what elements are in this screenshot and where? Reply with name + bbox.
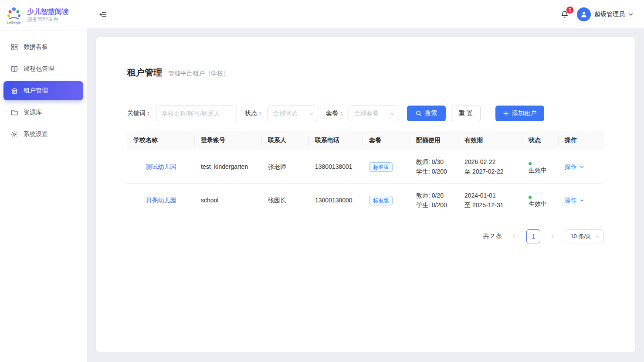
- col-phone: 联系电话: [309, 131, 363, 150]
- collapse-sidebar-icon[interactable]: [97, 8, 109, 20]
- tenant-table: 学校名称 登录账号 联系人 联系电话 套餐 配额使用 有效期 状态 操作: [127, 131, 604, 217]
- col-contact: 联系人: [262, 131, 309, 150]
- sidebar-item-tenants[interactable]: 租户管理: [3, 81, 83, 100]
- content-area: 租户管理 管理平台租户（学校） 关键词： 状态： 全部状态 套餐：: [87, 28, 644, 362]
- filter-bar: 关键词： 状态： 全部状态 套餐： 全部套餐: [127, 106, 604, 121]
- sidebar-item-dashboard[interactable]: 数据看板: [3, 38, 83, 57]
- status-select-value: 全部状态: [273, 109, 298, 117]
- gear-icon: [10, 130, 18, 138]
- quota-students: 学生: 0/200: [416, 200, 452, 210]
- table-row: 测试幼儿园 test_kindergarten 张老师 13800138001 …: [127, 150, 604, 184]
- row-actions-dropdown[interactable]: 操作: [565, 195, 598, 205]
- sidebar-item-label: 系统设置: [24, 130, 48, 138]
- app-layout: LeSingle 少儿智慧阅读 服务管理后台 数据看板: [0, 0, 644, 362]
- search-button-label: 搜索: [425, 109, 437, 117]
- col-school: 学校名称: [127, 131, 195, 150]
- chevron-down-icon: [390, 111, 395, 116]
- chevron-down-icon: [595, 234, 600, 239]
- status-dot-icon: [529, 162, 532, 165]
- header-right: 5 超级管理员: [559, 7, 634, 21]
- table-header: 学校名称 登录账号 联系人 联系电话 套餐 配额使用 有效期 状态 操作: [127, 131, 604, 150]
- plan-select-value: 全部套餐: [354, 109, 379, 117]
- chevron-down-icon: [309, 111, 314, 116]
- quota-teachers: 教师: 0/30: [416, 157, 452, 167]
- page-subtitle: 管理平台租户（学校）: [168, 70, 229, 78]
- logo-texts: 少儿智慧阅读 服务管理后台: [27, 7, 69, 23]
- logo-area: LeSingle 少儿智慧阅读 服务管理后台: [0, 0, 87, 31]
- plan-label: 套餐：: [326, 109, 344, 117]
- chevron-down-icon: [580, 198, 584, 203]
- logo-title: 少儿智慧阅读: [27, 7, 69, 16]
- col-status: 状态: [522, 131, 559, 150]
- avatar: [577, 7, 591, 21]
- col-actions: 操作: [559, 131, 604, 150]
- top-header: 5 超级管理员: [87, 0, 644, 28]
- notification-bell-icon[interactable]: 5: [559, 9, 570, 20]
- plan-badge: 标准版: [369, 162, 393, 172]
- col-plan: 套餐: [363, 131, 410, 150]
- chevron-down-icon: [628, 12, 634, 17]
- plan-select[interactable]: 全部套餐: [349, 106, 399, 121]
- search-icon: [416, 110, 422, 116]
- validity-start: 2026-02-22: [464, 157, 516, 167]
- reset-button-label: 重 置: [459, 109, 473, 117]
- quota-teachers: 教师: 0/20: [416, 191, 452, 200]
- reset-button[interactable]: 重 置: [451, 106, 481, 121]
- sidebar-nav: 数据看板 课程包管理: [0, 31, 87, 151]
- page-title: 租户管理: [127, 67, 162, 79]
- dashboard-grid-icon: [10, 43, 18, 51]
- brand-logo-icon: LeSingle: [4, 6, 24, 25]
- phone-cell: 13800138001: [315, 163, 353, 170]
- status-dot-icon: [529, 196, 532, 199]
- quota-students: 学生: 0/200: [416, 167, 452, 176]
- sidebar-item-settings[interactable]: 系统设置: [3, 125, 83, 144]
- brand-name: LeSingle: [7, 20, 21, 24]
- pagination-page-1[interactable]: 1: [526, 229, 540, 243]
- sidebar-item-label: 租户管理: [24, 87, 48, 95]
- school-link[interactable]: 测试幼儿园: [146, 163, 176, 170]
- pagination-total: 共 2 条: [483, 232, 502, 240]
- sidebar: LeSingle 少儿智慧阅读 服务管理后台 数据看板: [0, 0, 87, 362]
- plan-badge: 标准版: [369, 196, 393, 205]
- status-badge: 生效中: [529, 159, 552, 175]
- account-cell: test_kindergarten: [201, 163, 248, 170]
- plus-icon: [503, 111, 509, 116]
- pagination-prev-icon[interactable]: [508, 230, 520, 242]
- row-actions-dropdown[interactable]: 操作: [565, 162, 598, 171]
- validity-start: 2024-01-01: [464, 191, 516, 200]
- tenant-card: 租户管理 管理平台租户（学校） 关键词： 状态： 全部状态 套餐：: [96, 37, 635, 352]
- user-name: 超级管理员: [594, 10, 625, 18]
- logo-subtitle: 服务管理后台: [27, 16, 69, 23]
- pagination-next-icon[interactable]: [546, 230, 559, 242]
- status-badge: 生效中: [529, 192, 552, 208]
- user-menu[interactable]: 超级管理员: [577, 7, 634, 21]
- chevron-down-icon: [580, 164, 584, 169]
- status-label: 状态：: [245, 109, 263, 117]
- search-button[interactable]: 搜索: [407, 106, 446, 121]
- col-quota: 配额使用: [410, 131, 458, 150]
- sidebar-item-label: 数据看板: [24, 43, 48, 51]
- validity-end: 至 2025-12-31: [464, 200, 516, 210]
- add-tenant-button[interactable]: 添加租户: [495, 106, 544, 121]
- folder-icon: [10, 109, 18, 116]
- sidebar-item-course-packages[interactable]: 课程包管理: [3, 59, 83, 79]
- add-tenant-label: 添加租户: [512, 109, 536, 117]
- status-select[interactable]: 全部状态: [268, 106, 318, 121]
- pagination: 共 2 条 1 10 条/页: [127, 229, 604, 243]
- account-cell: school: [201, 197, 218, 204]
- sidebar-item-label: 资源库: [24, 109, 42, 116]
- main-area: 5 超级管理员: [87, 0, 644, 362]
- school-link[interactable]: 月亮幼儿园: [146, 197, 176, 204]
- contact-cell: 张园长: [268, 197, 286, 204]
- page-head: 租户管理 管理平台租户（学校）: [127, 67, 604, 79]
- building-icon: [10, 87, 18, 95]
- notification-badge: 5: [566, 7, 573, 14]
- contact-cell: 张老师: [268, 163, 286, 170]
- phone-cell: 13800138000: [315, 197, 353, 204]
- validity-end: 至 2027-02-22: [464, 167, 516, 176]
- page-size-select[interactable]: 10 条/页: [565, 229, 604, 243]
- sidebar-item-resources[interactable]: 资源库: [3, 103, 83, 122]
- col-validity: 有效期: [458, 131, 522, 150]
- sidebar-item-label: 课程包管理: [24, 65, 54, 73]
- keyword-input[interactable]: [156, 106, 237, 121]
